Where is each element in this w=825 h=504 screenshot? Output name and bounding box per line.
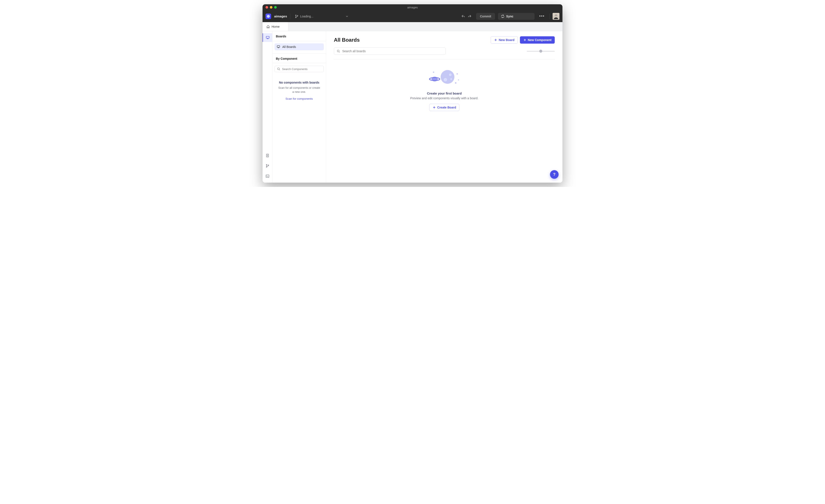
empty-state: Create your first board Preview and edit… — [334, 66, 555, 111]
svg-point-2 — [297, 15, 298, 16]
plus-icon — [523, 38, 527, 42]
svg-point-14 — [337, 50, 339, 52]
git-branch-icon — [266, 164, 270, 168]
sync-icon — [501, 15, 505, 18]
help-button[interactable]: ? — [550, 170, 558, 179]
window-minimize-button[interactable] — [270, 6, 273, 9]
plus-icon — [494, 38, 497, 42]
tab-home[interactable]: Home — [262, 22, 288, 31]
rail-docs[interactable] — [263, 151, 272, 160]
zoom-thumb[interactable] — [539, 50, 542, 53]
sync-label: Sync — [506, 15, 513, 18]
rail-terminal[interactable] — [263, 172, 272, 181]
git-branch-icon — [295, 15, 298, 18]
empty-title: Create your first board — [427, 91, 462, 95]
svg-point-1 — [295, 17, 296, 18]
presentation-icon — [277, 45, 280, 49]
search-boards[interactable] — [334, 48, 446, 55]
new-board-label: New Board — [499, 38, 514, 42]
sidebar-item-all-boards[interactable]: All Boards — [275, 44, 324, 50]
svg-point-21 — [433, 72, 434, 73]
sidebar-empty-state: No components with boards Scan for all c… — [273, 72, 326, 102]
window-close-button[interactable] — [266, 6, 268, 9]
tab-home-label: Home — [272, 25, 280, 28]
planets-illustration-icon — [427, 68, 461, 87]
help-label: ? — [553, 172, 555, 177]
search-boards-input[interactable] — [342, 50, 443, 53]
svg-point-8 — [266, 164, 267, 165]
more-menu-button[interactable]: ••• — [537, 14, 546, 18]
empty-subtitle: Preview and edit components visually wit… — [410, 96, 478, 100]
home-icon — [267, 25, 270, 28]
svg-point-22 — [457, 73, 458, 75]
sidebar-by-component-label: By Component — [273, 54, 326, 63]
sidebar: Boards All Boards By Component No compon… — [273, 31, 326, 183]
new-board-button[interactable]: New Board — [491, 36, 518, 44]
commit-button[interactable]: Commit — [476, 13, 495, 20]
plus-icon — [433, 106, 436, 109]
page-title: All Boards — [334, 37, 360, 43]
sidebar-header: Boards — [273, 31, 326, 41]
create-board-label: Create Board — [437, 106, 456, 109]
sync-button[interactable]: Sync — [498, 13, 534, 20]
app-toolbar: aimages Loading... Commit — [262, 10, 562, 22]
window-title: aimages — [262, 6, 562, 9]
app-logo-icon — [266, 13, 271, 19]
branch-status: Loading... — [300, 15, 313, 18]
window-zoom-button[interactable] — [274, 6, 277, 9]
scan-components-link[interactable]: Scan for components — [286, 97, 313, 100]
sidebar-search-input[interactable] — [282, 67, 321, 71]
main-content: All Boards New Board New Component — [326, 31, 562, 183]
svg-rect-6 — [266, 36, 269, 38]
presentation-icon — [266, 35, 270, 40]
svg-point-16 — [449, 73, 452, 76]
svg-point-15 — [441, 70, 454, 84]
commit-label: Commit — [480, 15, 491, 18]
app-name: aimages — [274, 14, 287, 18]
sidebar-empty-body: Scan for all components or create a new … — [277, 86, 321, 94]
svg-point-17 — [444, 78, 447, 81]
svg-point-18 — [450, 78, 452, 80]
create-board-button[interactable]: Create Board — [429, 104, 459, 111]
all-boards-label: All Boards — [282, 45, 296, 49]
zoom-slider[interactable] — [527, 51, 555, 52]
svg-point-13 — [278, 68, 280, 70]
terminal-icon — [266, 174, 270, 178]
window-titlebar: aimages — [262, 4, 562, 10]
svg-point-10 — [268, 165, 269, 166]
redo-icon[interactable] — [467, 14, 472, 18]
svg-point-24 — [455, 82, 457, 84]
sidebar-search[interactable] — [275, 66, 324, 72]
chevron-down-icon — [345, 15, 349, 18]
document-icon — [266, 154, 270, 157]
undo-icon[interactable] — [461, 14, 465, 18]
branch-selector[interactable]: Loading... — [293, 13, 351, 19]
new-component-button[interactable]: New Component — [520, 36, 555, 44]
divider — [334, 59, 555, 59]
toolbar-divider — [290, 13, 290, 19]
icon-rail — [262, 31, 273, 183]
search-icon — [277, 67, 280, 71]
rail-boards[interactable] — [262, 33, 272, 42]
svg-point-0 — [295, 15, 296, 16]
tabs-row: Home — [262, 22, 562, 31]
sidebar-empty-title: No components with boards — [277, 81, 321, 84]
svg-point-23 — [458, 79, 459, 81]
rail-git[interactable] — [263, 161, 272, 170]
svg-rect-11 — [266, 175, 269, 177]
user-avatar[interactable] — [552, 13, 559, 20]
search-icon — [336, 50, 340, 53]
svg-point-9 — [266, 166, 267, 167]
new-component-label: New Component — [528, 38, 551, 42]
